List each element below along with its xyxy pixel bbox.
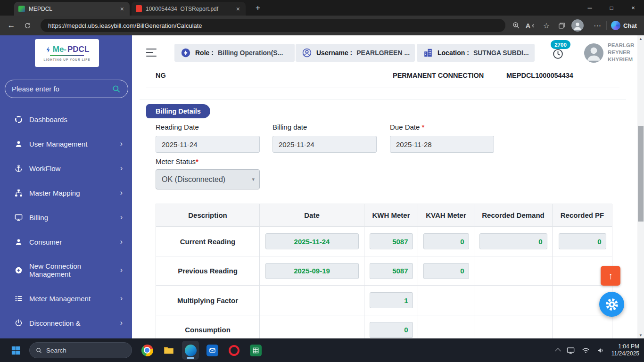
chevron-right-icon: › [120, 189, 123, 197]
sidebar-item-meter-management[interactable]: Meter Management › [0, 286, 132, 311]
search-icon[interactable] [112, 84, 121, 94]
folder-icon [163, 344, 175, 356]
table-row-multiplying-factor: Multiplying Factor 1 [156, 286, 612, 315]
sidebar-item-label: Billing [29, 214, 48, 222]
profile-avatar[interactable] [584, 43, 603, 63]
building-icon [423, 48, 433, 58]
divider [146, 88, 619, 88]
previous-kvah-input[interactable]: 0 [423, 263, 469, 279]
tab-title: MEPDCL [29, 6, 115, 12]
current-reading-date-input[interactable]: 2025-11-24 [265, 233, 359, 249]
favorites-star-icon[interactable]: ☆ [540, 20, 553, 31]
sidebar-item-new-connection-management[interactable]: New Connection Management › [0, 254, 132, 286]
logo-text-me: Me- [53, 45, 66, 54]
zoom-icon[interactable] [510, 20, 522, 31]
current-kvah-input[interactable]: 0 [423, 233, 469, 249]
sidebar-item-user-management[interactable]: User Management › [0, 132, 132, 156]
url-bar[interactable]: https://mepdcl.ubs.ieasybill.com/BillGen… [41, 19, 505, 32]
sidebar-item-consumer[interactable]: Consumer › [0, 230, 132, 254]
spreadsheet-taskbar-icon[interactable] [247, 341, 264, 360]
dashboard-icon [14, 115, 23, 124]
maximize-button[interactable]: □ [601, 0, 622, 16]
scrollbar-thumb[interactable] [638, 126, 644, 222]
taskbar: Search 1:04 PM 11/24/2025 [0, 338, 644, 362]
chevron-right-icon: › [120, 238, 123, 246]
current-pf-input[interactable]: 0 [559, 233, 606, 249]
meter-status-value: OK (Disconnected) [162, 175, 225, 184]
tab-close-icon[interactable]: × [235, 5, 241, 13]
edge-taskbar-icon[interactable] [182, 341, 199, 360]
opera-taskbar-icon[interactable] [225, 341, 242, 360]
chat-button[interactable]: Chat [611, 19, 637, 32]
display-tray-icon[interactable] [566, 346, 575, 355]
sidebar-toggle-button[interactable] [146, 49, 157, 57]
section-title-billing-details: Billing Details [146, 104, 210, 118]
table-row-previous-reading: Previous Reading 2025-09-19 5087 0 [156, 256, 612, 286]
start-button[interactable] [8, 341, 24, 360]
table-row-consumption: Consumption 0 [156, 315, 612, 338]
user-icon [14, 140, 23, 148]
browser-toolbar: ← https://mepdcl.ubs.ieasybill.com/BillG… [0, 16, 644, 35]
toolbar-divider [606, 21, 607, 30]
read-aloud-icon[interactable]: A [525, 20, 537, 31]
tray-chevron-up-icon[interactable] [555, 348, 561, 354]
taskbar-apps [139, 341, 264, 360]
previous-reading-date-input[interactable]: 2025-09-19 [265, 263, 359, 279]
mepdcl-logo[interactable]: Me-PDCL LIGHTING UP YOUR LIFE [35, 39, 99, 67]
sidebar-item-label: Meter Management [29, 295, 91, 303]
billing-date-input[interactable] [272, 136, 377, 153]
due-date-input[interactable] [390, 136, 494, 153]
meter-status-label: Meter Status* [156, 157, 198, 165]
scroll-down-arrow[interactable]: ▼ [637, 332, 644, 338]
minimize-button[interactable]: ─ [579, 0, 601, 16]
sidebar-item-disconnection[interactable]: Disconnection & › [0, 311, 132, 335]
taskbar-search[interactable]: Search [29, 342, 132, 358]
scroll-to-top-button[interactable]: ↑ [601, 266, 620, 286]
chrome-taskbar-icon[interactable] [139, 341, 156, 360]
monitor-icon [14, 213, 23, 222]
chevron-right-icon: › [120, 266, 123, 274]
connection-type: PERMANENT CONNECTION [393, 72, 484, 79]
sidebar-item-workflow[interactable]: WorkFlow › [0, 156, 132, 181]
outlook-taskbar-icon[interactable] [204, 341, 221, 360]
reading-date-input[interactable] [156, 136, 260, 153]
browser-tab-mepdcl[interactable]: MEPDCL × [14, 2, 130, 16]
logo-tagline: LIGHTING UP YOUR LIFE [43, 58, 90, 61]
multiplying-factor-input[interactable]: 1 [370, 292, 413, 308]
chat-icon [611, 21, 620, 30]
previous-kwh-input[interactable]: 5087 [370, 263, 413, 279]
clock-icon[interactable] [552, 48, 564, 60]
refresh-button[interactable] [22, 20, 33, 31]
column-header: KWH Meter [364, 204, 418, 227]
taskbar-clock[interactable]: 1:04 PM 11/24/2025 [611, 343, 639, 358]
sidebar-item-dashboards[interactable]: Dashboards [0, 107, 132, 132]
browser-profile-avatar[interactable] [571, 19, 584, 32]
volume-tray-icon[interactable] [596, 346, 605, 355]
close-button[interactable]: × [622, 0, 644, 16]
gear-icon [605, 297, 619, 312]
envelope-icon [208, 346, 216, 354]
sidebar-nav: Dashboards User Management › WorkFlow › … [0, 107, 132, 335]
file-explorer-taskbar-icon[interactable] [160, 341, 177, 360]
scroll-up-arrow[interactable]: ▲ [637, 35, 644, 42]
search-icon [35, 347, 42, 354]
browser-tab-pdf[interactable]: 1000054434_OTSReport.pdf × [132, 2, 246, 16]
current-kwh-input[interactable]: 5087 [370, 233, 413, 249]
sidebar-item-billing[interactable]: Billing › [0, 205, 132, 230]
wifi-tray-icon[interactable] [581, 346, 590, 355]
collections-icon[interactable] [555, 20, 568, 31]
sitemap-icon [14, 189, 23, 197]
location-value: SUTNGA SUBDI... [473, 49, 529, 57]
more-menu-icon[interactable]: ⋯ [591, 20, 603, 31]
consumption-input[interactable]: 0 [370, 322, 413, 338]
new-tab-button[interactable]: + [252, 2, 264, 14]
sidebar-search-input[interactable] [12, 85, 112, 93]
sidebar-item-master-mapping[interactable]: Master Mapping › [0, 181, 132, 205]
current-demand-input[interactable]: 0 [479, 233, 547, 249]
tab-close-icon[interactable]: × [119, 5, 125, 13]
meter-status-select[interactable]: OK (Disconnected) ▾ [156, 169, 260, 189]
back-button[interactable]: ← [6, 20, 17, 31]
settings-fab-button[interactable] [599, 292, 624, 317]
role-chip: Role :Billing Operation(S... [174, 44, 295, 62]
spreadsheet-grid-icon [252, 346, 260, 354]
